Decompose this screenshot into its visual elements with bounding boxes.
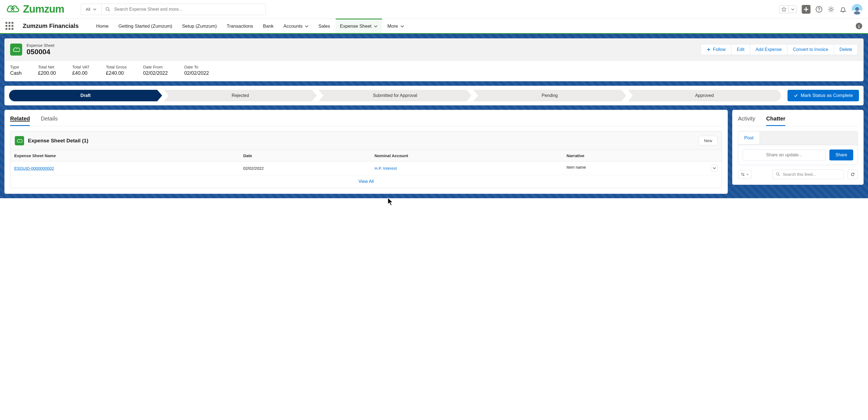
related-table: Expense Sheet Name Date Nominal Account … (10, 150, 722, 175)
help-button[interactable] (815, 6, 823, 13)
new-button[interactable]: New (699, 136, 717, 146)
related-list-card: Expense Sheet Detail (1) New Expense She… (10, 131, 722, 188)
chatter-toolbar (738, 169, 858, 179)
path-step-draft[interactable]: Draft (9, 90, 162, 101)
app-launcher-icon[interactable] (5, 22, 13, 30)
tab-chatter[interactable]: Chatter (766, 116, 785, 126)
delete-button[interactable]: Delete (834, 44, 858, 55)
path: Draft Rejected Submitted for Approval Pe… (9, 90, 781, 101)
record-name: 050004 (27, 47, 55, 56)
sort-icon (741, 172, 745, 176)
nav-item-expense-sheet[interactable]: Expense Sheet (336, 19, 382, 33)
left-panel: Related Details Expense Sheet Detail (1)… (4, 110, 728, 194)
path-card: Draft Rejected Submitted for Approval Pe… (4, 86, 864, 105)
field-total-vat: Total VAT£40.00 (72, 65, 90, 76)
user-avatar[interactable] (851, 4, 863, 15)
nav-item-bank[interactable]: Bank (258, 19, 278, 33)
expense-sheet-name-link[interactable]: ESDUID-0000000002 (14, 166, 54, 170)
nav-item-accounts[interactable]: Accounts (279, 19, 313, 33)
check-icon (794, 93, 798, 98)
path-step-pending[interactable]: Pending (473, 90, 626, 101)
question-icon (815, 6, 823, 13)
chevron-down-icon (374, 24, 378, 28)
path-step-submitted[interactable]: Submitted for Approval (318, 90, 471, 101)
path-step-approved[interactable]: Approved (628, 90, 781, 101)
tab-activity[interactable]: Activity (738, 116, 755, 126)
col-narrative[interactable]: Narrative (563, 150, 722, 162)
cell-date: 02/02/2022 (243, 166, 264, 170)
share-button[interactable]: Share (829, 150, 853, 160)
field-total-gross: Total Gross£240.00 (106, 65, 127, 76)
star-icon (781, 7, 786, 12)
follow-button[interactable]: Follow (701, 44, 732, 55)
col-nominal-account[interactable]: Nominal Account (371, 150, 563, 162)
svg-point-3 (830, 8, 832, 10)
nav-item-getting-started[interactable]: Getting Started (Zumzum) (114, 19, 177, 33)
table-row: ESDUID-0000000002 02/02/2022 H.P. Intere… (10, 162, 722, 175)
edit-button[interactable]: Edit (732, 44, 750, 55)
related-list-title: Expense Sheet Detail (1) (28, 138, 88, 144)
svg-point-2 (819, 10, 819, 11)
svg-point-4 (855, 7, 859, 11)
search-icon (105, 7, 110, 12)
col-date[interactable]: Date (239, 150, 370, 162)
add-expense-button[interactable]: Add Expense (750, 44, 787, 55)
nav-items: Home Getting Started (Zumzum) Setup (Zum… (92, 19, 848, 33)
search-scope-selector[interactable]: All (81, 4, 101, 15)
favorites-button[interactable] (779, 5, 797, 13)
logo[interactable]: Zumzum (5, 3, 64, 15)
view-all-link[interactable]: View All (10, 175, 722, 188)
global-header: Zumzum All (0, 0, 868, 19)
convert-to-invoice-button[interactable]: Convert to Invoice (787, 44, 834, 55)
header-actions (779, 4, 863, 15)
feed-search-input[interactable] (783, 172, 840, 176)
nav-item-more[interactable]: More (383, 19, 408, 33)
info-button[interactable]: i (856, 23, 863, 30)
field-date-from: Date From02/02/2022 (143, 65, 168, 76)
sort-button[interactable] (738, 170, 752, 179)
app-nav-bar: Zumzum Financials Home Getting Started (… (0, 19, 868, 34)
left-tabs: Related Details (10, 116, 722, 126)
tab-details[interactable]: Details (41, 116, 58, 126)
plus-icon (803, 6, 810, 13)
app-name: Zumzum Financials (23, 23, 79, 30)
related-list-icon (15, 136, 24, 146)
nominal-account-link[interactable]: H.P. Interest (375, 166, 397, 170)
gear-icon (828, 6, 835, 13)
right-tabs: Activity Chatter (738, 116, 858, 126)
nav-item-home[interactable]: Home (92, 19, 113, 33)
search-icon (776, 172, 780, 176)
tab-related[interactable]: Related (10, 116, 30, 126)
nav-item-transactions[interactable]: Transactions (222, 19, 258, 33)
refresh-icon (850, 172, 855, 176)
chevron-down-icon (713, 166, 716, 170)
setup-button[interactable] (828, 6, 835, 13)
chevron-down-icon (93, 8, 96, 11)
feed-search[interactable] (772, 169, 844, 179)
global-search: All (81, 4, 774, 15)
global-add-button[interactable] (802, 5, 810, 14)
record-actions: Follow Edit Add Expense Convert to Invoi… (701, 44, 858, 55)
record-header-card: Expense Sheet 050004 Follow Edit Add Exp… (4, 38, 864, 81)
chevron-down-icon (305, 24, 309, 28)
nav-item-sales[interactable]: Sales (314, 19, 335, 33)
col-expense-sheet-name[interactable]: Expense Sheet Name (10, 150, 239, 162)
share-update-input[interactable]: Share an update... (743, 150, 826, 160)
search-scope-label: All (86, 7, 90, 11)
mark-complete-button[interactable]: Mark Status as Complete (787, 90, 859, 101)
post-tab[interactable]: Post (738, 131, 760, 145)
nav-item-setup[interactable]: Setup (Zumzum) (178, 19, 221, 33)
field-total-net: Total Net£200.00 (38, 65, 56, 76)
avatar-icon (852, 6, 861, 14)
row-actions-menu[interactable] (711, 165, 718, 172)
path-step-rejected[interactable]: Rejected (164, 90, 317, 101)
svg-text:i: i (859, 24, 860, 29)
search-box[interactable] (101, 4, 266, 15)
info-icon: i (856, 23, 863, 30)
refresh-button[interactable] (847, 170, 858, 179)
search-input[interactable] (114, 7, 262, 12)
field-type: TypeCash (10, 65, 22, 76)
chatter-composer: Post Share an update... Share (738, 131, 858, 165)
notifications-button[interactable] (839, 6, 847, 13)
record-icon (10, 43, 22, 56)
